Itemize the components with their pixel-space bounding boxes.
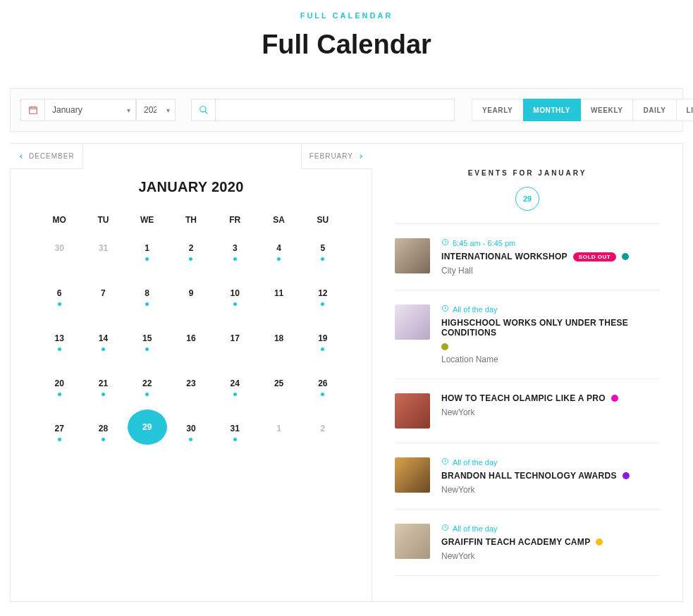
calendar-day[interactable]: 3	[213, 243, 257, 264]
sold-out-badge: SOLD OUT	[573, 252, 616, 261]
event-time: All of the day	[441, 457, 660, 467]
calendar-day[interactable]: 16	[169, 333, 213, 355]
event-item[interactable]: 6:45 am - 6:45 pmINTERNATIONAL WORKSHOPS…	[395, 224, 660, 290]
event-dot-icon	[233, 257, 237, 261]
view-tab-yearly[interactable]: YEARLY	[472, 99, 523, 121]
event-item[interactable]: HOW TO TEACH OLAMPIC LIKE A PRONewYork	[395, 379, 660, 443]
view-tab-list[interactable]: LIST	[677, 99, 693, 121]
calendar-day[interactable]: 6	[37, 288, 81, 309]
calendar-day[interactable]: 12	[301, 288, 345, 309]
event-thumbnail	[395, 524, 430, 559]
event-location: NewYork	[441, 407, 660, 417]
event-list: 6:45 am - 6:45 pmINTERNATIONAL WORKSHOPS…	[395, 223, 660, 576]
weekday-label: SU	[301, 215, 345, 225]
event-dot-icon	[58, 347, 61, 351]
calendar-day[interactable]: 21	[81, 378, 125, 400]
month-select[interactable]: January	[44, 99, 136, 121]
event-dot-icon	[321, 347, 324, 351]
events-panel: EVENTS FOR JANUARY 29 6:45 am - 6:45 pmI…	[372, 144, 682, 601]
calendar-day[interactable]: 20	[37, 378, 81, 400]
calendar-day: 30	[37, 243, 81, 264]
event-dot-icon	[277, 257, 281, 261]
event-location: City Hall	[441, 266, 660, 276]
category-dot-icon	[611, 395, 618, 402]
event-dot-icon	[321, 257, 324, 261]
event-dot-icon	[145, 393, 149, 396]
event-location: Location Name	[441, 355, 660, 364]
view-tab-monthly[interactable]: MONTHLY	[523, 99, 581, 121]
event-dot-icon	[145, 257, 149, 261]
clock-icon	[441, 238, 449, 247]
calendar-day: 2	[301, 424, 345, 445]
calendar-day[interactable]: 28	[81, 424, 125, 445]
calendar-day[interactable]: 11	[257, 288, 300, 309]
calendar-grid: 3031123456789101112131415161718192021222…	[37, 243, 345, 445]
calendar-day[interactable]: 4	[257, 243, 300, 264]
calendar-day[interactable]: 19	[301, 333, 345, 355]
calendar-day[interactable]: 24	[213, 378, 257, 400]
prev-month-button[interactable]: DECEMBER	[10, 144, 83, 169]
calendar-icon	[20, 99, 44, 121]
events-heading: EVENTS FOR JANUARY	[395, 169, 660, 177]
calendar-day[interactable]: 14	[81, 333, 125, 355]
event-time: All of the day	[441, 524, 660, 533]
page-title: Full Calendar	[10, 30, 683, 60]
search-button[interactable]	[191, 99, 215, 121]
clock-icon	[441, 457, 449, 467]
weekday-label: TH	[169, 215, 213, 225]
weekday-label: FR	[213, 215, 257, 225]
event-location: NewYork	[441, 485, 660, 495]
event-item[interactable]: All of the dayBRANDON HALL TECHNOLOGY AW…	[395, 443, 660, 510]
event-dot-icon	[102, 347, 105, 351]
event-dot-icon	[233, 302, 237, 306]
event-dot-icon	[321, 393, 324, 396]
weekday-label: TU	[81, 215, 125, 225]
view-tab-weekly[interactable]: WEEKLY	[581, 99, 633, 121]
calendar-panel: DECEMBER FEBRUARY JANUARY 2020 MOTUWETHF…	[11, 144, 372, 601]
event-title: HIGHSCHOOL WORKS ONLY UNDER THESE CONDIT…	[441, 318, 660, 338]
header-eyebrow: FULL CALENDAR	[10, 11, 683, 20]
calendar-day[interactable]: 13	[37, 333, 81, 355]
event-thumbnail	[395, 238, 430, 273]
chevron-left-icon	[18, 153, 25, 160]
calendar-day[interactable]: 5	[301, 243, 345, 264]
calendar-day[interactable]: 22	[125, 378, 169, 400]
event-thumbnail	[395, 457, 430, 493]
calendar-day[interactable]: 23	[169, 378, 213, 400]
event-title: INTERNATIONAL WORKSHOP	[441, 252, 568, 261]
event-dot-icon	[58, 393, 61, 396]
calendar-day[interactable]: 7	[81, 288, 125, 309]
view-tabs: YEARLYMONTHLYWEEKLYDAILYLIST	[472, 99, 693, 121]
calendar-day[interactable]: 1	[125, 243, 169, 264]
toolbar: January 2020 YEARLYMONTHLYWEEKLYDAILYLIS…	[10, 88, 683, 132]
calendar-day[interactable]: 8	[125, 288, 169, 309]
weekday-label: MO	[37, 215, 81, 225]
svg-point-4	[200, 106, 205, 112]
calendar-day[interactable]: 26	[301, 378, 345, 400]
calendar-day[interactable]: 17	[213, 333, 257, 355]
calendar-day[interactable]: 2	[169, 243, 213, 264]
calendar-day[interactable]: 18	[257, 333, 300, 355]
calendar-day[interactable]: 29	[125, 424, 169, 445]
calendar-day[interactable]: 15	[125, 333, 169, 355]
calendar-day[interactable]: 30	[169, 424, 213, 445]
calendar-day[interactable]: 10	[213, 288, 257, 309]
weekday-label: SA	[257, 215, 300, 225]
view-tab-daily[interactable]: DAILY	[633, 99, 676, 121]
event-time: All of the day	[441, 304, 660, 314]
clock-icon	[441, 304, 449, 314]
event-title: BRANDON HALL TECHNOLOGY AWARDS	[441, 471, 617, 481]
event-dot-icon	[58, 302, 61, 306]
event-item[interactable]: All of the dayGRAIFFIN TEACH ACADEMY CAM…	[395, 510, 660, 576]
event-dot-icon	[102, 438, 105, 441]
category-dot-icon	[622, 253, 629, 260]
event-item[interactable]: All of the dayHIGHSCHOOL WORKS ONLY UNDE…	[395, 290, 660, 379]
year-select[interactable]: 2020	[136, 99, 176, 121]
calendar-day[interactable]: 31	[213, 424, 257, 445]
chevron-right-icon	[357, 153, 364, 160]
calendar-day[interactable]: 27	[37, 424, 81, 445]
search-input[interactable]	[215, 99, 455, 121]
next-month-button[interactable]: FEBRUARY	[301, 144, 372, 169]
calendar-day[interactable]: 25	[257, 378, 300, 400]
calendar-day[interactable]: 9	[169, 288, 213, 309]
